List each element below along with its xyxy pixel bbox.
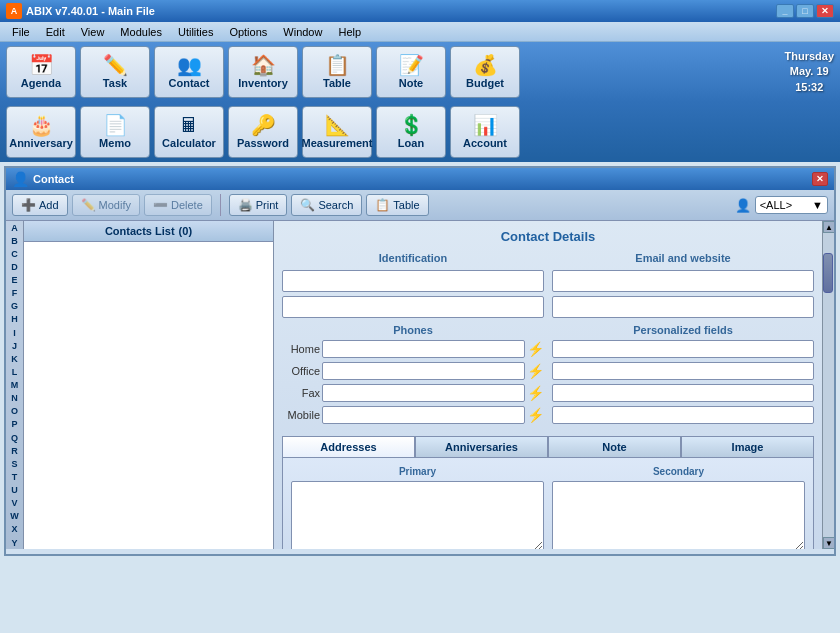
alpha-X[interactable]: X xyxy=(6,523,23,536)
alpha-D[interactable]: D xyxy=(6,260,23,273)
alpha-G[interactable]: G xyxy=(6,300,23,313)
alpha-O[interactable]: O xyxy=(6,405,23,418)
print-button[interactable]: 🖨️ Print xyxy=(229,194,288,216)
secondary-address-field[interactable] xyxy=(552,481,805,549)
vertical-scrollbar[interactable]: ▲ ▼ xyxy=(822,221,834,549)
primary-address-field[interactable] xyxy=(291,481,544,549)
anniversary-icon: 🎂 xyxy=(29,115,54,135)
alpha-L[interactable]: L xyxy=(6,365,23,378)
alpha-E[interactable]: E xyxy=(6,274,23,287)
tab-addresses[interactable]: Addresses xyxy=(282,436,415,457)
menu-utilities[interactable]: Utilities xyxy=(170,24,221,40)
tab-note[interactable]: Note xyxy=(548,436,681,457)
email-field-2[interactable] xyxy=(552,296,814,318)
alpha-V[interactable]: V xyxy=(6,497,23,510)
password-button[interactable]: 🔑 Password xyxy=(228,106,298,158)
home-phone-lightning-icon[interactable]: ⚡ xyxy=(527,341,544,357)
alpha-J[interactable]: J xyxy=(6,339,23,352)
account-button[interactable]: 📊 Account xyxy=(450,106,520,158)
alpha-F[interactable]: F xyxy=(6,287,23,300)
task-icon: ✏️ xyxy=(103,55,128,75)
add-button[interactable]: ➕ Add xyxy=(12,194,68,216)
mobile-phone-lightning-icon[interactable]: ⚡ xyxy=(527,407,544,423)
alpha-B[interactable]: B xyxy=(6,234,23,247)
window-controls: _ □ ✕ xyxy=(776,4,834,18)
delete-button[interactable]: ➖ Delete xyxy=(144,194,212,216)
anniversary-button[interactable]: 🎂 Anniversary xyxy=(6,106,76,158)
task-button[interactable]: ✏️ Task xyxy=(80,46,150,98)
inventory-button[interactable]: 🏠 Inventory xyxy=(228,46,298,98)
scroll-thumb[interactable] xyxy=(823,253,833,293)
app-icon: A xyxy=(6,3,22,19)
calculator-icon: 🖩 xyxy=(179,115,199,135)
alpha-U[interactable]: U xyxy=(6,484,23,497)
menu-options[interactable]: Options xyxy=(221,24,275,40)
alpha-Q[interactable]: Q xyxy=(6,431,23,444)
menu-modules[interactable]: Modules xyxy=(112,24,170,40)
personalized-field-1[interactable] xyxy=(552,340,814,358)
contact-button[interactable]: 👥 Contact xyxy=(154,46,224,98)
personalized-field-4[interactable] xyxy=(552,406,814,424)
menu-view[interactable]: View xyxy=(73,24,113,40)
alpha-T[interactable]: T xyxy=(6,470,23,483)
alpha-N[interactable]: N xyxy=(6,392,23,405)
calculator-button[interactable]: 🖩 Calculator xyxy=(154,106,224,158)
email-field-1[interactable] xyxy=(552,270,814,292)
table-view-button[interactable]: 📋 Table xyxy=(366,194,428,216)
contacts-list-panel: Contacts List (0) xyxy=(24,221,274,549)
budget-icon: 💰 xyxy=(473,55,498,75)
alpha-M[interactable]: M xyxy=(6,379,23,392)
loan-button[interactable]: 💲 Loan xyxy=(376,106,446,158)
office-phone-input[interactable] xyxy=(322,362,525,380)
maximize-button[interactable]: □ xyxy=(796,4,814,18)
personalized-field-2[interactable] xyxy=(552,362,814,380)
alpha-R[interactable]: R xyxy=(6,444,23,457)
table-button[interactable]: 📋 Table xyxy=(302,46,372,98)
office-phone-row: Office ⚡ xyxy=(282,362,544,380)
search-button[interactable]: 🔍 Search xyxy=(291,194,362,216)
alpha-W[interactable]: W xyxy=(6,510,23,523)
alpha-Y[interactable]: Y xyxy=(6,536,23,549)
alpha-I[interactable]: I xyxy=(6,326,23,339)
budget-button[interactable]: 💰 Budget xyxy=(450,46,520,98)
menu-window[interactable]: Window xyxy=(275,24,330,40)
fax-phone-input[interactable] xyxy=(322,384,525,402)
mobile-phone-label: Mobile xyxy=(282,409,320,421)
alpha-H[interactable]: H xyxy=(6,313,23,326)
personalized-label: Personalized fields xyxy=(552,324,814,336)
home-phone-input[interactable] xyxy=(322,340,525,358)
search-icon: 🔍 xyxy=(300,198,315,212)
mobile-phone-input[interactable] xyxy=(322,406,525,424)
identification-field-2[interactable] xyxy=(282,296,544,318)
group-dropdown[interactable]: <ALL> ▼ xyxy=(755,196,828,214)
scroll-up-arrow[interactable]: ▲ xyxy=(823,221,835,233)
alpha-S[interactable]: S xyxy=(6,457,23,470)
alpha-P[interactable]: P xyxy=(6,418,23,431)
close-button[interactable]: ✕ xyxy=(816,4,834,18)
office-phone-lightning-icon[interactable]: ⚡ xyxy=(527,363,544,379)
menu-file[interactable]: File xyxy=(4,24,38,40)
alpha-A[interactable]: A xyxy=(6,221,23,234)
phones-column: Phones Home ⚡ Office ⚡ Fax ⚡ xyxy=(282,324,544,428)
scroll-down-arrow[interactable]: ▼ xyxy=(823,537,835,549)
title-text: ABIX v7.40.01 - Main File xyxy=(26,5,776,17)
menu-help[interactable]: Help xyxy=(330,24,369,40)
memo-button[interactable]: 📄 Memo xyxy=(80,106,150,158)
table-view-icon: 📋 xyxy=(375,198,390,212)
menu-edit[interactable]: Edit xyxy=(38,24,73,40)
identification-group: Identification xyxy=(282,252,544,318)
fax-phone-lightning-icon[interactable]: ⚡ xyxy=(527,385,544,401)
agenda-button[interactable]: 📅 Agenda xyxy=(6,46,76,98)
modify-button[interactable]: ✏️ Modify xyxy=(72,194,140,216)
personalized-field-3[interactable] xyxy=(552,384,814,402)
identification-field-1[interactable] xyxy=(282,270,544,292)
tab-image[interactable]: Image xyxy=(681,436,814,457)
alpha-K[interactable]: K xyxy=(6,352,23,365)
contact-close-button[interactable]: ✕ xyxy=(812,172,828,186)
note-button[interactable]: 📝 Note xyxy=(376,46,446,98)
minimize-button[interactable]: _ xyxy=(776,4,794,18)
measurement-button[interactable]: 📐 Measurement xyxy=(302,106,372,158)
alpha-C[interactable]: C xyxy=(6,247,23,260)
contacts-list-header: Contacts List (0) xyxy=(24,221,273,242)
tab-anniversaries[interactable]: Anniversaries xyxy=(415,436,548,457)
